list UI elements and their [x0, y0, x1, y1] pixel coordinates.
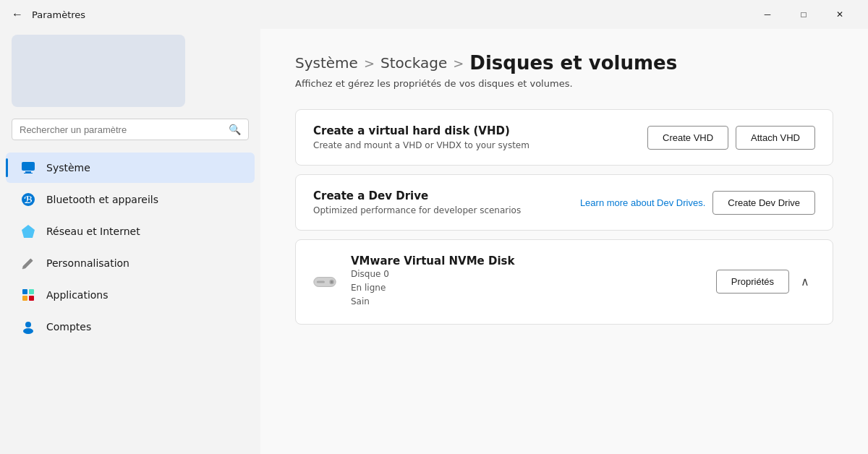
- close-button[interactable]: ✕: [823, 3, 856, 26]
- back-icon: ←: [12, 8, 23, 21]
- svg-rect-1: [25, 171, 31, 173]
- devdrive-card-actions: Learn more about Dev Drives. Create Dev …: [580, 191, 815, 215]
- disk-status1: En ligne: [351, 281, 515, 295]
- breadcrumb-part1: Système: [295, 54, 358, 72]
- svg-rect-2: [24, 173, 33, 174]
- breadcrumb-sep2: >: [453, 56, 464, 71]
- disk-info: VMware Virtual NVMe Disk Disque 0 En lig…: [351, 254, 515, 309]
- create-dev-drive-button[interactable]: Create Dev Drive: [712, 191, 815, 215]
- disk-status2: Sain: [351, 295, 515, 309]
- titlebar-controls: ─ □ ✕: [751, 3, 856, 26]
- main-content: Système > Stockage > Disques et volumes …: [260, 29, 868, 454]
- sidebar-item-reseau[interactable]: Réseau et Internet: [6, 216, 255, 247]
- svg-marker-5: [22, 225, 35, 238]
- svg-point-10: [25, 322, 31, 327]
- sidebar-item-comptes[interactable]: Comptes: [6, 312, 255, 342]
- vhd-card: Create a virtual hard disk (VHD) Create …: [295, 109, 833, 166]
- network-icon: [20, 223, 36, 239]
- sidebar-item-systeme[interactable]: Système: [6, 153, 255, 183]
- learn-more-button[interactable]: Learn more about Dev Drives.: [580, 197, 705, 208]
- search-icon: 🔍: [229, 124, 241, 135]
- svg-rect-0: [22, 162, 35, 171]
- vhd-card-actions: Create VHD Attach VHD: [647, 126, 815, 150]
- maximize-button[interactable]: □: [787, 3, 820, 26]
- devdrive-card: Create a Dev Drive Optimized performance…: [295, 174, 833, 231]
- close-icon: ✕: [836, 9, 843, 20]
- breadcrumb: Système > Stockage > Disques et volumes: [295, 52, 833, 74]
- vhd-card-info: Create a virtual hard disk (VHD) Create …: [313, 124, 529, 150]
- disk-name: VMware Virtual NVMe Disk: [351, 254, 515, 267]
- sidebar-item-reseau-label: Réseau et Internet: [46, 226, 140, 237]
- sidebar-item-applications-label: Applications: [46, 289, 109, 301]
- svg-rect-6: [22, 289, 27, 294]
- devdrive-card-description: Optimized performance for developer scen…: [313, 205, 521, 215]
- disk-card: VMware Virtual NVMe Disk Disque 0 En lig…: [295, 239, 833, 325]
- svg-text:ℬ: ℬ: [24, 194, 33, 205]
- disk-card-left: VMware Virtual NVMe Disk Disque 0 En lig…: [313, 254, 515, 309]
- bluetooth-icon: ℬ: [20, 192, 36, 207]
- titlebar-left: ← Paramètres: [12, 8, 85, 21]
- vhd-card-description: Create and mount a VHD or VHDX to your s…: [313, 140, 529, 150]
- sidebar-item-bluetooth-label: Bluetooth et appareils: [46, 194, 158, 205]
- page-subtitle: Affichez et gérez les propriétés de vos …: [295, 78, 833, 89]
- vhd-card-title: Create a virtual hard disk (VHD): [313, 124, 529, 137]
- svg-rect-9: [29, 296, 34, 301]
- pencil-icon: [20, 255, 36, 271]
- sidebar-item-applications[interactable]: Applications: [6, 280, 255, 310]
- search-input[interactable]: [20, 124, 223, 135]
- svg-rect-7: [29, 289, 34, 294]
- minimize-button[interactable]: ─: [751, 3, 784, 26]
- breadcrumb-sep1: >: [364, 56, 375, 71]
- breadcrumb-part2: Stockage: [380, 54, 447, 72]
- disk-actions: Propriétés ∧: [716, 270, 815, 294]
- disk-properties-button[interactable]: Propriétés: [716, 270, 789, 294]
- svg-point-11: [23, 328, 33, 334]
- svg-rect-15: [317, 280, 325, 283]
- devdrive-card-title: Create a Dev Drive: [313, 189, 521, 202]
- disk-card-header: VMware Virtual NVMe Disk Disque 0 En lig…: [296, 240, 833, 324]
- breadcrumb-current: Disques et volumes: [469, 52, 677, 74]
- apps-icon: [20, 287, 36, 303]
- sidebar-item-comptes-label: Comptes: [46, 321, 91, 333]
- app-body: 🔍 Système ℬ Bluetooth et appareils: [0, 29, 868, 454]
- account-icon: [20, 319, 36, 335]
- create-vhd-button[interactable]: Create VHD: [647, 126, 728, 150]
- monitor-icon: [20, 160, 36, 176]
- disk-icon: [313, 275, 336, 289]
- disk-number: Disque 0: [351, 267, 515, 281]
- minimize-icon: ─: [765, 9, 771, 20]
- sidebar-item-personnalisation[interactable]: Personnalisation: [6, 248, 255, 278]
- search-box[interactable]: 🔍: [12, 119, 249, 140]
- titlebar: ← Paramètres ─ □ ✕: [0, 0, 868, 29]
- disk-chevron-button[interactable]: ∧: [795, 272, 815, 291]
- attach-vhd-button[interactable]: Attach VHD: [736, 126, 815, 150]
- maximize-icon: □: [801, 9, 806, 20]
- sidebar-avatar: [12, 35, 185, 107]
- svg-rect-8: [22, 296, 27, 301]
- sidebar-item-systeme-label: Système: [46, 162, 90, 174]
- sidebar-item-bluetooth[interactable]: ℬ Bluetooth et appareils: [6, 184, 255, 215]
- back-button[interactable]: ←: [12, 8, 23, 21]
- titlebar-title: Paramètres: [32, 9, 85, 20]
- sidebar-item-personnalisation-label: Personnalisation: [46, 257, 129, 269]
- sidebar: 🔍 Système ℬ Bluetooth et appareils: [0, 29, 260, 454]
- devdrive-card-info: Create a Dev Drive Optimized performance…: [313, 189, 521, 215]
- svg-point-14: [331, 280, 333, 283]
